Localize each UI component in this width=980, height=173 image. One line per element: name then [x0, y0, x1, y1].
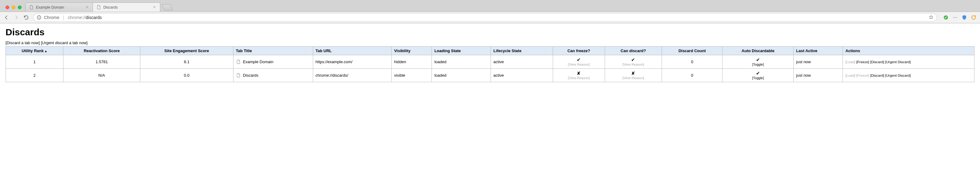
- top-actions: [Discard a tab now] [Urgent discard a ta…: [6, 41, 974, 45]
- browser-chrome: Example DomainDiscards Chrome | chrome:/…: [0, 0, 980, 23]
- col-can-freeze[interactable]: Can freeze?: [553, 47, 605, 55]
- table-header-row: Utility Rank▲ Reactivation Score Site En…: [6, 47, 974, 55]
- discard-tab-now-link[interactable]: [Discard a tab now]: [6, 41, 40, 45]
- cell-actions: [Load] [Freeze] [Discard] [Urgent Discar…: [843, 55, 974, 69]
- page-content: Discards [Discard a tab now] [Urgent dis…: [0, 23, 980, 86]
- extension-icon-circle[interactable]: [971, 15, 976, 20]
- urgent-discard-action-link[interactable]: [Urgent Discard]: [885, 60, 911, 64]
- view-reason-link[interactable]: [View Reason]: [568, 63, 590, 66]
- toggle-link[interactable]: [Toggle]: [752, 63, 764, 66]
- check-icon: ✘: [631, 71, 635, 76]
- cell-can-discard: ✘[View Reason]: [605, 69, 662, 82]
- close-window-icon[interactable]: [6, 6, 9, 9]
- toggle-link[interactable]: [Toggle]: [752, 76, 764, 80]
- minimize-window-icon[interactable]: [12, 6, 15, 9]
- urgent-discard-tab-now-link[interactable]: [Urgent discard a tab now]: [41, 41, 88, 45]
- extension-icons: [941, 15, 976, 20]
- table-row: 2N/A0.0Discardschrome://discards/visible…: [6, 69, 974, 82]
- cell-loading-state: loaded: [432, 69, 491, 82]
- extension-icon-green-check[interactable]: [943, 15, 949, 20]
- url-text: chrome://discards: [68, 15, 102, 20]
- cell-tab-url: chrome://discards/: [313, 69, 391, 82]
- cell-actions: [Load] [Freeze] [Discard] [Urgent Discar…: [843, 69, 974, 82]
- view-reason-link[interactable]: [View Reason]: [622, 76, 644, 80]
- bookmark-star-icon[interactable]: [929, 15, 934, 20]
- cell-auto-discardable: ✔[Toggle]: [722, 69, 794, 82]
- svg-point-5: [956, 17, 957, 18]
- svg-point-6: [972, 16, 975, 19]
- close-tab-icon[interactable]: [153, 5, 157, 9]
- cell-discard-count: 0: [662, 69, 722, 82]
- freeze-action-link: [Freeze]: [856, 74, 869, 77]
- check-icon: ✘: [577, 71, 581, 76]
- col-visibility[interactable]: Visibility: [391, 47, 432, 55]
- forward-button[interactable]: [14, 15, 19, 20]
- col-utility-rank[interactable]: Utility Rank▲: [6, 47, 64, 55]
- browser-tab-title: Example Domain: [36, 5, 83, 9]
- discard-action-link[interactable]: [Discard]: [870, 60, 884, 64]
- col-last-active[interactable]: Last Active: [794, 47, 843, 55]
- cell-last-active: just now: [794, 55, 843, 69]
- view-reason-link[interactable]: [View Reason]: [568, 76, 590, 80]
- col-auto-discardable[interactable]: Auto Discardable: [722, 47, 794, 55]
- svg-point-4: [955, 17, 956, 18]
- document-icon: [236, 60, 240, 64]
- load-action-link: [Load]: [845, 74, 855, 77]
- col-actions[interactable]: Actions: [843, 47, 974, 55]
- cell-auto-discardable: ✔[Toggle]: [722, 55, 794, 69]
- cell-utility-rank: 1: [6, 55, 64, 69]
- cell-discard-count: 0: [662, 55, 722, 69]
- cell-can-freeze: ✘[View Reason]: [553, 69, 605, 82]
- close-tab-icon[interactable]: [85, 5, 89, 9]
- document-icon: [29, 5, 33, 10]
- cell-reactivation-score: N/A: [64, 69, 140, 82]
- sort-asc-icon: ▲: [44, 49, 48, 53]
- cell-tab-title: Discards: [233, 69, 313, 82]
- check-icon: ✔: [631, 57, 635, 63]
- document-icon: [236, 73, 240, 78]
- toolbar: Chrome | chrome://discards: [0, 12, 980, 23]
- reload-button[interactable]: [23, 15, 29, 20]
- extension-icon-dots[interactable]: [952, 15, 958, 20]
- view-reason-link[interactable]: [View Reason]: [622, 63, 644, 66]
- cell-tab-url: https://example.com/: [313, 55, 391, 69]
- table-row: 11.57818.1Example Domainhttps://example.…: [6, 55, 974, 69]
- cell-last-active: just now: [794, 69, 843, 82]
- new-tab-button[interactable]: [162, 4, 173, 10]
- cell-lifecycle-state: active: [491, 69, 553, 82]
- cell-reactivation-score: 1.5781: [64, 55, 140, 69]
- extension-icon-shield[interactable]: [961, 15, 967, 20]
- url-prefix: Chrome: [44, 15, 59, 20]
- cell-lifecycle-state: active: [491, 55, 553, 69]
- back-button[interactable]: [4, 15, 9, 20]
- col-reactivation-score[interactable]: Reactivation Score: [64, 47, 140, 55]
- load-action-link: [Load]: [845, 60, 855, 64]
- col-discard-count[interactable]: Discard Count: [662, 47, 722, 55]
- address-bar[interactable]: Chrome | chrome://discards: [33, 13, 937, 22]
- cell-tab-title: Example Domain: [233, 55, 313, 69]
- col-lifecycle-state[interactable]: Lifecycle State: [491, 47, 553, 55]
- discards-table: Utility Rank▲ Reactivation Score Site En…: [6, 46, 974, 82]
- document-icon: [96, 5, 101, 10]
- col-tab-url[interactable]: Tab URL: [313, 47, 391, 55]
- check-icon: ✔: [756, 57, 760, 63]
- maximize-window-icon[interactable]: [18, 6, 22, 9]
- check-icon: ✔: [577, 57, 581, 63]
- col-tab-title[interactable]: Tab Title: [233, 47, 313, 55]
- browser-tab[interactable]: Example Domain: [25, 2, 93, 12]
- freeze-action-link[interactable]: [Freeze]: [856, 60, 869, 64]
- col-loading-state[interactable]: Loading State: [432, 47, 491, 55]
- discard-action-link[interactable]: [Discard]: [870, 74, 884, 77]
- tab-bar: Example DomainDiscards: [0, 0, 980, 12]
- cell-visibility: hidden: [391, 55, 432, 69]
- url-separator: |: [63, 15, 64, 20]
- urgent-discard-action-link[interactable]: [Urgent Discard]: [885, 74, 911, 77]
- site-info-icon[interactable]: [37, 15, 41, 20]
- cell-site-engagement: 0.0: [140, 69, 233, 82]
- col-site-engagement[interactable]: Site Engagement Score: [140, 47, 233, 55]
- cell-loading-state: loaded: [432, 55, 491, 69]
- svg-point-3: [953, 17, 954, 18]
- col-can-discard[interactable]: Can discard?: [605, 47, 662, 55]
- browser-tab[interactable]: Discards: [92, 2, 160, 12]
- cell-site-engagement: 8.1: [140, 55, 233, 69]
